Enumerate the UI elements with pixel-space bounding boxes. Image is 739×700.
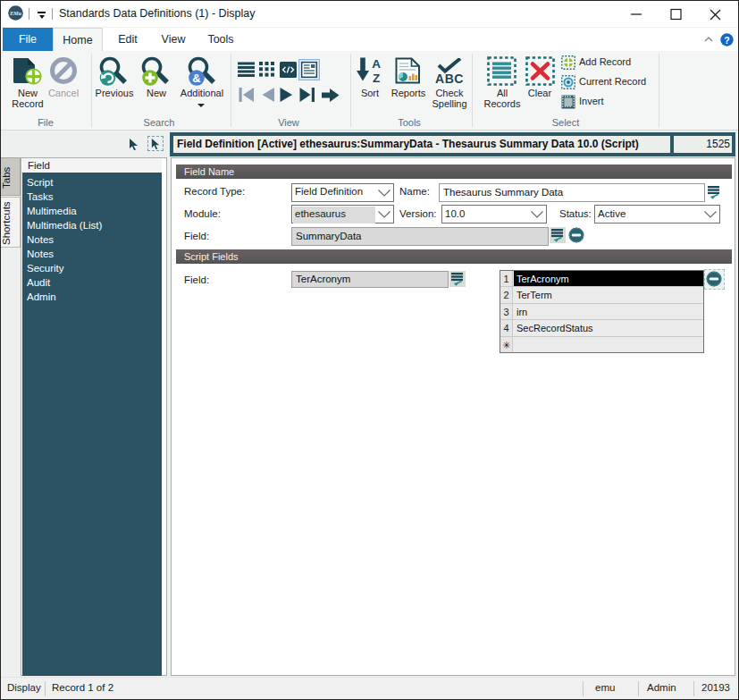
svg-text:EMu: EMu [9,10,22,16]
svg-text:&: & [192,72,200,85]
svg-text:ABC: ABC [435,72,464,85]
svg-text:?: ? [724,35,729,46]
svg-text:A: A [372,57,381,71]
svg-text:Z: Z [373,72,380,83]
